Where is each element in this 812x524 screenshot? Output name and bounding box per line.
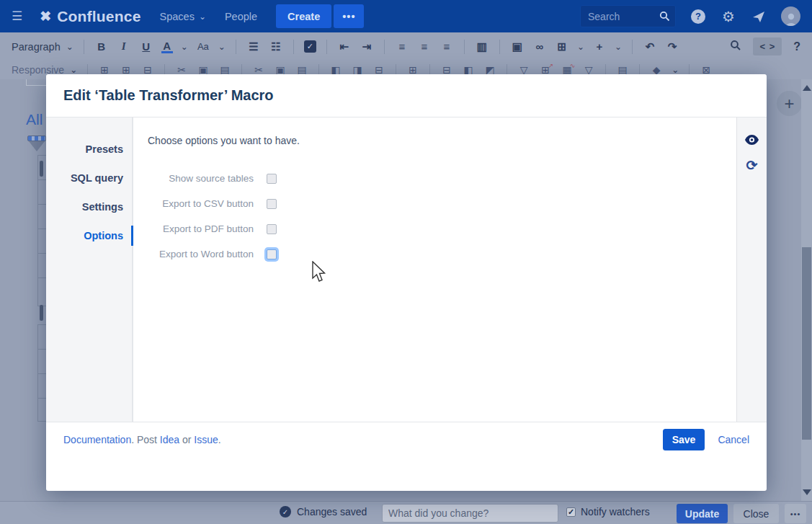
add-content-button[interactable]: + bbox=[777, 91, 802, 116]
scroll-up-arrow[interactable] bbox=[803, 85, 811, 91]
export-csv-checkbox[interactable] bbox=[267, 199, 277, 209]
header-column-icon[interactable]: ◧ bbox=[462, 65, 475, 75]
footer-text: . bbox=[218, 434, 221, 445]
copy-table-icon[interactable]: ▤ bbox=[616, 65, 629, 75]
version-comment-input[interactable] bbox=[382, 504, 558, 523]
insert-row-above-icon[interactable]: ⊞ bbox=[98, 65, 111, 75]
insert-link-icon[interactable]: ∞ bbox=[532, 41, 547, 52]
page-layout-icon[interactable]: ▥ bbox=[475, 41, 489, 52]
search-icon[interactable] bbox=[659, 11, 670, 22]
page-scrollbar[interactable] bbox=[801, 79, 812, 501]
insert-more-icon[interactable]: + bbox=[592, 41, 607, 52]
filter-table-icon[interactable]: ▽ bbox=[517, 65, 530, 75]
toolbar-divider bbox=[632, 40, 633, 54]
bold-button[interactable]: B bbox=[94, 41, 109, 52]
paragraph-style-dropdown[interactable]: Paragraph ⌄ bbox=[12, 41, 73, 53]
idea-link[interactable]: Idea bbox=[160, 434, 179, 445]
settings-gear-icon[interactable]: ⚙ bbox=[720, 9, 736, 25]
row-drag-handle bbox=[40, 161, 43, 177]
tab-settings[interactable]: Settings bbox=[46, 192, 132, 221]
editor-help-button[interactable]: ? bbox=[793, 40, 800, 53]
update-button[interactable]: Update bbox=[677, 504, 728, 523]
user-avatar[interactable] bbox=[781, 6, 800, 26]
chevron-down-icon[interactable]: ⌄ bbox=[577, 42, 584, 52]
save-button[interactable]: Save bbox=[663, 429, 705, 450]
insert-image-icon[interactable]: ▣ bbox=[510, 41, 525, 52]
footer-text: or bbox=[182, 434, 191, 445]
confluence-logo[interactable]: ✖ Confluence bbox=[40, 8, 140, 25]
pivot-table-icon[interactable]: ⊞↗ bbox=[539, 65, 552, 75]
copy-row-icon[interactable]: ▣ bbox=[197, 65, 210, 75]
insert-row-below-icon[interactable]: ⊞ bbox=[120, 65, 133, 75]
top-navbar: ☰ ✖ Confluence Spaces ⌄ People Create ••… bbox=[0, 0, 812, 32]
align-center-icon[interactable]: ≡ bbox=[417, 41, 432, 52]
option-row: Show source tables bbox=[148, 166, 736, 191]
split-table-icon[interactable]: ⊞ bbox=[406, 65, 419, 75]
paste-icon[interactable]: ▤ bbox=[295, 65, 308, 75]
formatting-button[interactable]: Aa bbox=[196, 42, 210, 51]
scroll-down-arrow[interactable] bbox=[803, 489, 811, 495]
documentation-link[interactable]: Documentation bbox=[63, 434, 131, 445]
copy-icon[interactable]: ▣ bbox=[274, 65, 287, 75]
numbered-list-icon[interactable]: ☷ bbox=[269, 41, 283, 52]
nav-people[interactable]: People bbox=[225, 11, 257, 22]
insert-column-left-icon[interactable]: ◧ bbox=[329, 65, 342, 75]
cut-row-icon[interactable]: ✂ bbox=[175, 65, 188, 75]
task-list-icon[interactable]: ✓ bbox=[304, 40, 316, 53]
refresh-icon[interactable]: ⟳ bbox=[746, 157, 758, 174]
tab-presets[interactable]: Presets bbox=[46, 135, 132, 164]
delete-table-icon[interactable]: ⊠ bbox=[700, 65, 713, 75]
outdent-icon[interactable]: ⇤ bbox=[337, 41, 352, 52]
source-editor-button[interactable]: < > bbox=[753, 37, 782, 55]
bullet-list-icon[interactable]: ☰ bbox=[246, 41, 261, 52]
create-more-button[interactable]: ••• bbox=[334, 4, 364, 28]
no-headers-icon[interactable]: ◩ bbox=[483, 65, 496, 75]
delete-column-icon[interactable]: ⊟ bbox=[372, 65, 385, 75]
chevron-down-icon[interactable]: ⌄ bbox=[181, 42, 188, 52]
scrollbar-thumb[interactable] bbox=[802, 247, 811, 440]
paste-row-icon[interactable]: ▤ bbox=[218, 65, 231, 75]
filter-settings-icon[interactable]: ▽ bbox=[582, 65, 595, 75]
align-right-icon[interactable]: ≡ bbox=[440, 41, 454, 52]
find-replace-icon[interactable] bbox=[730, 40, 741, 54]
export-pdf-checkbox[interactable] bbox=[267, 224, 277, 234]
cancel-button[interactable]: Cancel bbox=[718, 434, 749, 445]
issue-link[interactable]: Issue bbox=[194, 434, 218, 445]
undo-icon[interactable]: ↶ bbox=[643, 41, 657, 52]
insert-column-right-icon[interactable]: ◨ bbox=[351, 65, 364, 75]
option-row: Export to Word button bbox=[148, 241, 736, 267]
tab-sql-query[interactable]: SQL query bbox=[46, 164, 132, 192]
italic-button[interactable]: I bbox=[117, 41, 131, 52]
insert-table-icon[interactable]: ⊞ bbox=[555, 41, 569, 52]
statusbar-more-button[interactable]: ••• bbox=[785, 504, 806, 523]
align-left-icon[interactable]: ≡ bbox=[395, 41, 409, 52]
tab-options[interactable]: Options bbox=[46, 221, 132, 250]
cut-icon[interactable]: ✂ bbox=[252, 65, 265, 75]
hamburger-menu-icon[interactable]: ☰ bbox=[12, 9, 22, 24]
dialog-header: Edit ‘Table Transformer’ Macro bbox=[46, 74, 767, 117]
redo-icon[interactable]: ↷ bbox=[665, 41, 679, 52]
close-button[interactable]: Close bbox=[733, 504, 779, 523]
text-color-button[interactable]: A bbox=[161, 40, 173, 53]
delete-row-icon[interactable]: ⊟ bbox=[141, 65, 154, 75]
feedback-icon[interactable] bbox=[751, 9, 767, 25]
header-row-icon[interactable]: ⊟ bbox=[440, 65, 453, 75]
background-all-label: All bbox=[26, 111, 43, 128]
notify-watchers-toggle[interactable]: ✓ Notify watchers bbox=[566, 506, 650, 518]
notify-watchers-checkbox[interactable]: ✓ bbox=[566, 507, 576, 517]
show-source-tables-checkbox[interactable] bbox=[267, 174, 277, 184]
dialog-sidebar: Presets SQL query Settings Options bbox=[46, 117, 133, 422]
chevron-down-icon[interactable]: ⌄ bbox=[672, 65, 679, 75]
table-color-style-icon[interactable]: ◆ bbox=[650, 65, 663, 75]
export-word-checkbox[interactable] bbox=[267, 249, 277, 259]
chevron-down-icon[interactable]: ⌄ bbox=[615, 42, 622, 52]
preview-eye-icon[interactable] bbox=[745, 135, 759, 148]
underline-button[interactable]: U bbox=[139, 41, 153, 52]
chart-from-table-icon[interactable]: ▦∿ bbox=[561, 65, 574, 75]
help-icon[interactable]: ? bbox=[691, 9, 705, 24]
nav-people-label: People bbox=[225, 11, 257, 22]
create-button[interactable]: Create bbox=[276, 4, 331, 28]
chevron-down-icon[interactable]: ⌄ bbox=[218, 42, 226, 52]
nav-spaces[interactable]: Spaces ⌄ bbox=[160, 11, 206, 22]
indent-icon[interactable]: ⇥ bbox=[360, 41, 374, 52]
